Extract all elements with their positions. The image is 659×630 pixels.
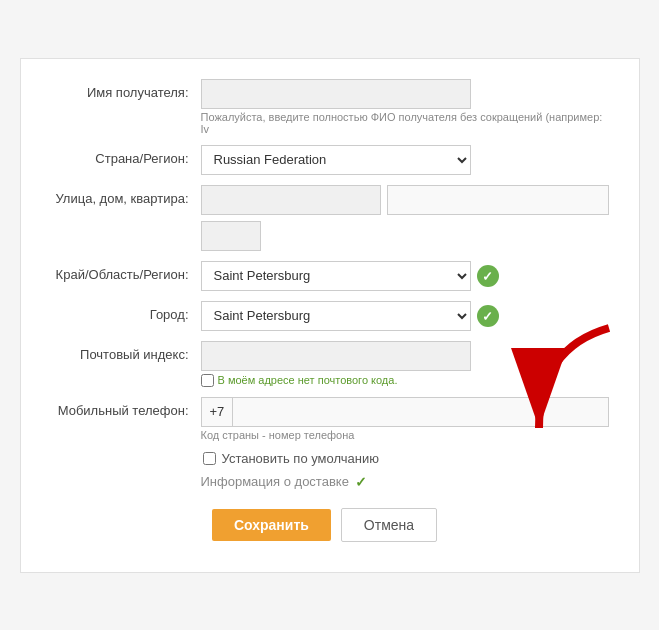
cancel-button[interactable]: Отмена xyxy=(341,508,437,542)
country-select[interactable]: Russian Federation Belarus Ukraine Kazak… xyxy=(201,145,471,175)
recipient-name-hint: Пожалуйста, введите полностью ФИО получа… xyxy=(201,111,609,135)
recipient-name-input[interactable] xyxy=(201,79,471,109)
region-select-row: Saint Petersburg Moscow Novosibirsk xyxy=(201,261,609,291)
no-postal-label: В моём адресе нет почтового кода. xyxy=(218,374,398,386)
no-postal-checkbox[interactable] xyxy=(201,374,214,387)
street-main-input[interactable] xyxy=(201,185,381,215)
phone-input-row: +7 xyxy=(201,397,609,427)
address-form: Имя получателя: Пожалуйста, введите полн… xyxy=(20,58,640,573)
street-field xyxy=(201,185,609,251)
street-apt-input[interactable] xyxy=(201,221,261,251)
region-field: Saint Petersburg Moscow Novosibirsk xyxy=(201,261,609,291)
no-postal-row: В моём адресе нет почтового кода. xyxy=(201,374,609,387)
country-field: Russian Federation Belarus Ukraine Kazak… xyxy=(201,145,609,175)
country-row: Страна/Регион: Russian Federation Belaru… xyxy=(41,145,609,175)
street-inputs-row xyxy=(201,185,609,215)
phone-prefix: +7 xyxy=(201,397,233,427)
buttons-row: Сохранить Отмена xyxy=(41,508,609,542)
region-valid-icon xyxy=(477,265,499,287)
delivery-info-row: Информация о доставке ✓ xyxy=(201,474,609,490)
city-valid-icon xyxy=(477,305,499,327)
phone-label: Мобильный телефон: xyxy=(41,397,201,418)
phone-row: Мобильный телефон: +7 Код страны - номер… xyxy=(41,397,609,441)
recipient-name-label: Имя получателя: xyxy=(41,79,201,100)
city-field: Saint Petersburg Moscow xyxy=(201,301,609,331)
postal-row: Почтовый индекс: В моём адресе нет почто… xyxy=(41,341,609,387)
set-default-label: Установить по умолчанию xyxy=(222,451,379,466)
delivery-check-icon: ✓ xyxy=(355,474,367,490)
region-row: Край/Область/Регион: Saint Petersburg Mo… xyxy=(41,261,609,291)
set-default-row: Установить по умолчанию xyxy=(203,451,609,466)
city-select[interactable]: Saint Petersburg Moscow xyxy=(201,301,471,331)
street-extra-input[interactable] xyxy=(387,185,609,215)
save-button[interactable]: Сохранить xyxy=(212,509,331,541)
phone-hint: Код страны - номер телефона xyxy=(201,429,609,441)
city-label: Город: xyxy=(41,301,201,322)
country-label: Страна/Регион: xyxy=(41,145,201,166)
street-label: Улица, дом, квартира: xyxy=(41,185,201,206)
set-default-checkbox-row: Установить по умолчанию xyxy=(203,451,609,466)
street-row: Улица, дом, квартира: xyxy=(41,185,609,251)
delivery-info-label: Информация о доставке xyxy=(201,474,349,489)
recipient-name-field: Пожалуйста, введите полностью ФИО получа… xyxy=(201,79,609,135)
set-default-checkbox[interactable] xyxy=(203,452,216,465)
recipient-name-row: Имя получателя: Пожалуйста, введите полн… xyxy=(41,79,609,135)
region-select[interactable]: Saint Petersburg Moscow Novosibirsk xyxy=(201,261,471,291)
region-label: Край/Область/Регион: xyxy=(41,261,201,282)
city-select-row: Saint Petersburg Moscow xyxy=(201,301,609,331)
postal-field: В моём адресе нет почтового кода. xyxy=(201,341,609,387)
city-row: Город: Saint Petersburg Moscow xyxy=(41,301,609,331)
postal-label: Почтовый индекс: xyxy=(41,341,201,362)
phone-field: +7 Код страны - номер телефона xyxy=(201,397,609,441)
postal-input[interactable] xyxy=(201,341,471,371)
phone-number-input[interactable] xyxy=(232,397,608,427)
